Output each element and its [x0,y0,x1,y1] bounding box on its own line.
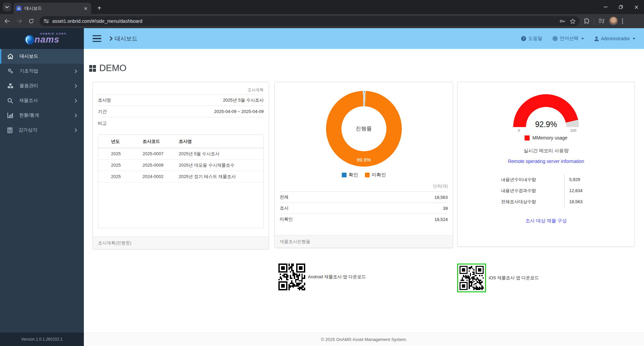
tab-close-icon[interactable] [83,5,89,11]
chevron-right-icon [74,69,77,73]
browser-tab[interactable]: ONAMS 대시보드 [13,3,91,14]
caret-down-icon [581,38,584,40]
chevron-right-icon [74,84,77,88]
extensions-icon[interactable] [584,18,590,24]
remote-server-link[interactable]: Remote operating server information [508,159,584,164]
dashboard-grid-icon [89,65,96,72]
survey-target-composition-link[interactable]: 조사 대상 재물 구성 [525,218,567,223]
toolbar-separator [594,18,594,24]
sidebar-item-dashboard[interactable]: 대시보드 [0,49,84,64]
help-icon: ? [521,36,526,41]
survey-progress-card: 진행률 99.9% 확인 미확인 단위(개) [274,82,453,248]
legend-item[interactable]: 확인 [342,172,358,178]
stat-row: 전체조사대상수량18,563 [501,196,635,207]
browser-window: ONAMS 대시보드 + [0,0,644,346]
plan-card-label: 조사계획 [98,85,264,94]
reading-list-icon[interactable] [598,18,605,24]
chevron-right-icon [74,113,77,118]
stat-row: 내용년수경과수량12,634 [501,185,635,196]
new-tab-button[interactable]: + [95,3,104,13]
help-button[interactable]: ? 도움말 [521,36,542,42]
progress-donut-chart[interactable]: 진행률 99.9% [326,91,402,167]
cubes-icon [7,83,13,89]
globe-icon [552,36,558,41]
app-header: 대시보드 ? 도움말 언어선택 Administrador [84,28,644,49]
table-row[interactable]: 2025 2025-0007 2025년 5월 수시조사 [98,148,263,160]
memory-usage-card: 92.9% 0 100 MMemory usage 실시간 메모리 사용량 Re… [457,82,635,247]
ios-qr-code [460,266,484,290]
table-row[interactable]: 2025 2024-0002 2025년 정기 테스트 재물조사 [98,171,263,182]
memory-gauge-chart[interactable]: 92.9% [513,94,579,128]
donut-legend: 확인 미확인 [280,172,448,178]
memory-subtitle: 실시간 메모리 사용량 [463,148,630,154]
language-select-button[interactable]: 언어선택 [552,36,584,42]
stat-row: 미확인18,524 [280,214,448,225]
svg-text:?: ? [523,37,525,41]
plan-table: 년도 조사코드 조사명 2025 2025-0007 2025년 5월 수시조사… [98,134,264,228]
logo-o-icon [24,35,35,45]
bookmark-star-icon[interactable] [570,18,576,24]
url-text[interactable]: asset1.onbrid.com/#/side_menu/dashboard [52,18,559,24]
forward-icon[interactable] [14,16,24,26]
site-settings-icon[interactable] [44,19,49,23]
table-row[interactable]: 2025 2025-0009 2025년 데모용 수시재물조수 [98,160,263,171]
password-key-icon[interactable] [559,18,565,24]
dashboard-content: DEMO 조사계획 조사명2025년 5월 수시조사 기간2025-04-09 … [84,49,644,333]
tab-search-button[interactable] [3,3,11,11]
breadcrumb: 대시보드 [109,35,138,43]
android-qr-label: Android 재물조사 앱 다운로드 [308,274,366,280]
stat-row: 조사39 [280,203,448,214]
survey-plan-card: 조사계획 조사명2025년 5월 수시조사 기간2025-04-09 ~ 202… [93,82,269,249]
reload-icon[interactable] [26,16,36,26]
bar-chart-icon [7,113,13,118]
calculator-icon [7,127,12,133]
plan-card-footer: 조사계획(진행중) [93,236,269,249]
ios-qr-label: iOS 재물조사 앱 다운로드 [489,275,539,281]
onams-logo[interactable]: ONBRID CORP. nams [0,28,84,49]
plan-table-header: 년도 조사코드 조사명 [98,135,263,148]
sidebar: ONBRID CORP. nams 대시보드 기초작업 [0,28,84,346]
sidebar-item-asset-survey[interactable]: 재물조사 [0,93,84,108]
sidebar-item-item-management[interactable]: 물품관리 [0,78,84,93]
progress-card-footer: 재물조사진행율 [275,235,453,248]
sidebar-nav: 대시보드 기초작업 물품관리 재물조사 [0,49,84,137]
sidebar-item-basic-tasks[interactable]: 기초작업 [0,64,84,78]
browser-menu-icon[interactable] [622,18,623,24]
profile-avatar[interactable] [609,17,618,25]
sidebar-item-depreciation[interactable]: 감가상각 [0,123,84,137]
plan-field-row: 비고 [98,117,264,131]
copyright-footer: © 2025 OnAMS Asset Management System. [84,333,644,346]
window-close-button[interactable] [629,0,644,14]
legend-item[interactable]: 미확인 [365,172,386,178]
gears-icon [7,68,13,74]
gauge-value-label: 92.9% [513,120,579,129]
window-minimize-button[interactable] [598,0,613,14]
caret-down-icon [633,38,635,40]
donut-percent-label: 99.9% [326,157,402,163]
page-title: DEMO [89,63,126,73]
stat-row: 전체18,563 [280,191,448,203]
donut-center-label: 진행률 [326,91,402,167]
onams-favicon-icon: ONAMS [16,6,21,11]
plan-field-row: 기간2025-04-09 ~ 2025-04-09 [98,106,264,117]
sidebar-item-status-statistics[interactable]: 현황/통계 [0,108,84,123]
stat-row: 내용년수이내수량5,929 [501,174,635,185]
back-icon[interactable] [2,16,12,26]
window-restore-button[interactable] [613,0,629,14]
user-icon [594,36,599,41]
legend-swatch [365,173,370,177]
breadcrumb-chevron-icon [109,36,113,41]
legend-swatch [342,173,346,177]
address-bar[interactable]: asset1.onbrid.com/#/side_menu/dashboard [40,16,580,26]
chevron-right-icon [74,99,77,103]
browser-toolbar: asset1.onbrid.com/#/side_menu/dashboard [0,14,644,28]
plan-field-row: 조사명2025년 5월 수시조사 [98,94,264,106]
browser-tab-strip: ONAMS 대시보드 + [0,0,644,14]
tab-title: 대시보드 [24,5,83,11]
android-qr-code [278,264,305,290]
sidebar-toggle-icon[interactable] [93,35,101,42]
search-icon [7,98,13,104]
user-menu-button[interactable]: Administrador [594,36,635,41]
unit-label: 단위(개) [280,183,448,191]
android-qr-block: Android 재물조사 앱 다운로드 [278,264,366,290]
